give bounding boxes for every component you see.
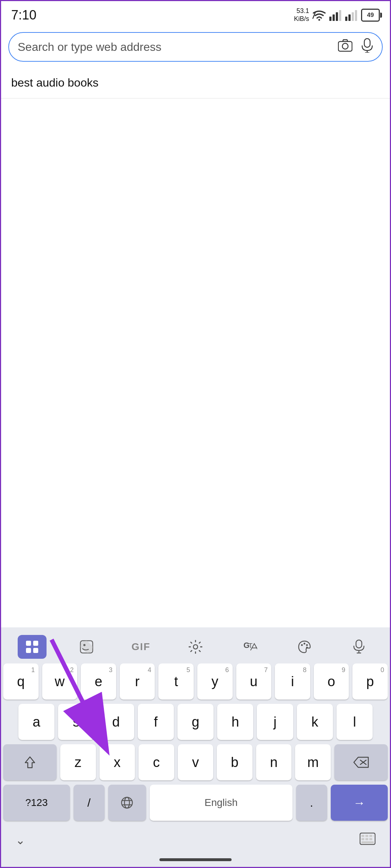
key-globe[interactable] (108, 785, 146, 821)
svg-rect-4 (336, 12, 338, 21)
svg-point-37 (124, 797, 129, 808)
home-indicator (1, 855, 390, 867)
key-space[interactable]: English (150, 785, 293, 821)
key-shift[interactable] (3, 744, 57, 780)
svg-rect-42 (365, 835, 368, 837)
svg-rect-31 (356, 640, 362, 648)
key-row-2: a s d f g h j k l (3, 704, 388, 740)
key-slash[interactable]: / (74, 785, 105, 821)
svg-rect-6 (345, 17, 347, 21)
svg-rect-45 (361, 838, 364, 840)
battery-icon: 49 (361, 9, 380, 22)
svg-rect-17 (26, 641, 31, 646)
keyboard-bottom-bar: ⌄ (1, 826, 390, 855)
keyboard-switch-icon[interactable] (360, 833, 375, 848)
keyboard-hide-button[interactable]: ⌄ (16, 833, 25, 847)
svg-rect-7 (348, 14, 351, 21)
keyboard-toolbar-apps[interactable] (18, 635, 47, 659)
svg-rect-3 (333, 14, 335, 21)
keyboard-toolbar-translate[interactable]: G T (236, 635, 264, 659)
svg-point-30 (306, 647, 308, 649)
key-x[interactable]: x (100, 744, 135, 780)
mic-icon[interactable] (361, 38, 373, 56)
keyboard-rows: q1 w2 e3 r4 t5 y6 u7 i8 o9 p0 a s d f g … (1, 663, 390, 821)
key-o[interactable]: o9 (314, 663, 349, 700)
key-k[interactable]: k (297, 704, 333, 740)
key-symbols[interactable]: ?123 (3, 785, 70, 821)
svg-rect-5 (339, 10, 341, 21)
keyboard: GIF G T (1, 627, 390, 867)
svg-point-36 (122, 797, 132, 808)
keyboard-toolbar-palette[interactable] (290, 635, 319, 659)
svg-point-22 (83, 644, 85, 646)
key-row-1: q1 w2 e3 r4 t5 y6 u7 i8 o9 p0 (3, 663, 388, 700)
key-a[interactable]: a (18, 704, 54, 740)
svg-rect-46 (365, 838, 368, 840)
search-bar-container (1, 26, 390, 67)
wifi-icon (312, 9, 326, 21)
svg-rect-44 (373, 835, 374, 837)
svg-rect-8 (352, 12, 354, 21)
key-row-3: z x c v b n m (3, 744, 388, 780)
svg-rect-47 (369, 838, 372, 840)
key-c[interactable]: c (139, 744, 174, 780)
key-d[interactable]: d (98, 704, 134, 740)
keyboard-toolbar: GIF G T (1, 627, 390, 663)
svg-rect-43 (369, 835, 372, 837)
key-backspace[interactable] (334, 744, 388, 780)
key-q[interactable]: q1 (3, 663, 39, 700)
keyboard-toolbar-mic[interactable] (344, 635, 373, 659)
keyboard-toolbar-gif[interactable]: GIF (127, 635, 155, 659)
search-bar[interactable] (8, 32, 383, 62)
svg-point-0 (318, 19, 320, 21)
camera-icon[interactable] (338, 39, 352, 55)
svg-point-29 (306, 644, 308, 646)
key-v[interactable]: v (178, 744, 214, 780)
content-area (1, 98, 390, 380)
status-bar: 7:10 53.1 KiB/s (1, 1, 390, 26)
search-action-icons (338, 38, 373, 56)
svg-rect-48 (361, 841, 374, 843)
svg-point-27 (301, 644, 303, 646)
key-h[interactable]: h (217, 704, 253, 740)
key-e[interactable]: e3 (81, 663, 116, 700)
key-b[interactable]: b (217, 744, 252, 780)
data-speed: 53.1 KiB/s (294, 7, 309, 23)
key-j[interactable]: j (257, 704, 293, 740)
svg-point-23 (193, 645, 198, 649)
keyboard-toolbar-settings[interactable] (181, 635, 210, 659)
key-i[interactable]: i8 (275, 663, 310, 700)
svg-point-28 (304, 643, 306, 645)
key-p[interactable]: p0 (352, 663, 388, 700)
key-period[interactable]: . (296, 785, 327, 821)
signal-icon-2 (345, 9, 358, 21)
status-icons: 53.1 KiB/s 49 (294, 7, 380, 23)
home-bar (159, 858, 232, 861)
svg-rect-2 (329, 17, 331, 21)
key-s[interactable]: s (58, 704, 94, 740)
search-input[interactable] (18, 40, 338, 54)
key-y[interactable]: y6 (197, 663, 233, 700)
key-row-bottom: ?123 / English . → (3, 785, 388, 821)
key-z[interactable]: z (60, 744, 96, 780)
key-n[interactable]: n (256, 744, 292, 780)
svg-rect-9 (355, 10, 357, 21)
suggestion-row[interactable]: best audio books (1, 67, 390, 98)
svg-point-11 (342, 43, 348, 49)
key-m[interactable]: m (295, 744, 331, 780)
key-r[interactable]: r4 (120, 663, 155, 700)
suggestion-text: best audio books (11, 76, 98, 89)
svg-rect-19 (26, 648, 31, 653)
key-g[interactable]: g (177, 704, 214, 740)
keyboard-toolbar-sticker[interactable] (72, 635, 101, 659)
svg-rect-18 (33, 641, 38, 646)
signal-icon (329, 9, 342, 21)
key-f[interactable]: f (138, 704, 174, 740)
key-t[interactable]: t5 (158, 663, 194, 700)
key-enter[interactable]: → (331, 785, 388, 821)
svg-rect-20 (33, 648, 38, 653)
key-l[interactable]: l (337, 704, 373, 740)
key-u[interactable]: u7 (236, 663, 272, 700)
key-w[interactable]: w2 (42, 663, 78, 700)
svg-rect-41 (361, 835, 364, 837)
